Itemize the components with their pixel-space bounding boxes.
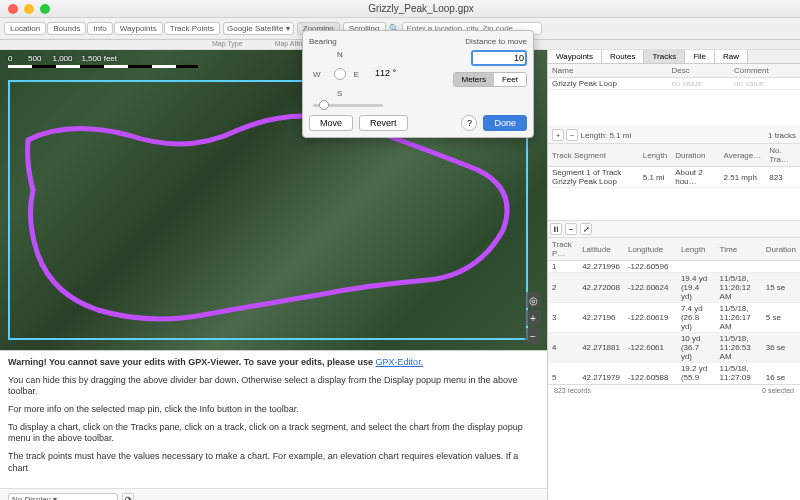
hint-chart: To display a chart, click on the Tracks …: [8, 422, 539, 445]
table-row[interactable]: Segment 1 of Track Grizzly Peak Loop5.1 …: [548, 167, 800, 188]
map-zoom-out[interactable]: −: [525, 328, 541, 344]
window-maximize-button[interactable]: [40, 4, 50, 14]
distance-input[interactable]: [471, 50, 527, 66]
window-minimize-button[interactable]: [24, 4, 34, 14]
bearing-slider[interactable]: [313, 104, 383, 107]
hint-values: The track points must have the values ne…: [8, 451, 539, 474]
table-row[interactable]: Grizzly Peak Loopno valueno value: [548, 78, 800, 90]
refresh-icon[interactable]: ⟳: [122, 493, 134, 500]
tab-file[interactable]: File: [685, 50, 715, 63]
selected-count: 0 selected: [762, 387, 794, 394]
expand-icon[interactable]: ⤢: [580, 223, 592, 235]
compass-thumb[interactable]: [334, 68, 346, 80]
table-row[interactable]: 542.271979-122.6058819.2 yd (55.9 yd)11/…: [548, 363, 800, 385]
table-row[interactable]: 142.271996-122.60596: [548, 261, 800, 273]
units-segment[interactable]: Meters Feet: [453, 72, 527, 87]
location-button[interactable]: Location: [4, 22, 46, 35]
tab-tracks[interactable]: Tracks: [644, 50, 685, 63]
segments-table: Track SegmentLengthDurationAverage…No. T…: [548, 144, 800, 188]
add-track-button[interactable]: +: [552, 129, 564, 141]
window-close-button[interactable]: [8, 4, 18, 14]
hint-hide: You can hide this by dragging the above …: [8, 375, 539, 398]
info-button[interactable]: Info: [87, 22, 112, 35]
tab-routes[interactable]: Routes: [602, 50, 644, 63]
slider-thumb[interactable]: [319, 100, 329, 110]
trackpoints-table: Track P…LatitudeLongitudeLengthTimeDurat…: [548, 238, 800, 384]
display-select[interactable]: No Display ▾: [8, 493, 118, 500]
table-row[interactable]: 442.271881-122.606110 yd (36.7 yd)11/5/1…: [548, 333, 800, 363]
map-type-label: Map Type: [212, 40, 243, 47]
panel-tabs: Waypoints Routes Tracks File Raw: [548, 50, 800, 64]
warning-text: Warning! You cannot save your edits with…: [8, 357, 376, 367]
bearing-value: 112 °: [375, 50, 396, 78]
remove-track-button[interactable]: −: [566, 129, 578, 141]
revert-button[interactable]: Revert: [359, 115, 408, 131]
hint-info: For more info on the selected map pin, c…: [8, 404, 539, 416]
trackpoints-button[interactable]: Track Points: [164, 22, 220, 35]
table-row[interactable]: 342.27196-122.606197.4 yd (26.8 yd)11/5/…: [548, 303, 800, 333]
map-type-select[interactable]: Google Satellite ▾: [223, 22, 294, 35]
done-button[interactable]: Done: [483, 115, 527, 131]
waypoints-button[interactable]: Waypoints: [114, 22, 163, 35]
distance-label: Distance to move: [465, 37, 527, 46]
records-count: 823 records: [554, 387, 591, 394]
move-button[interactable]: Move: [309, 115, 353, 131]
gpx-editor-link[interactable]: GPX-Editor.: [376, 357, 424, 367]
map-target-button[interactable]: ◎: [525, 292, 541, 308]
move-popup: Bearing Distance to move N S W E 112 ° M…: [302, 30, 534, 138]
tracks-table: NameDescComment Grizzly Peak Loopno valu…: [548, 64, 800, 90]
bearing-label: Bearing: [309, 37, 337, 46]
map-zoom-in[interactable]: +: [525, 310, 541, 326]
bounds-button[interactable]: Bounds: [47, 22, 86, 35]
tracks-count: 1 tracks: [768, 131, 796, 140]
tab-raw[interactable]: Raw: [715, 50, 748, 63]
table-row[interactable]: 242.272008-122.6062419.4 yd (19.4 yd)11/…: [548, 273, 800, 303]
map-scale: 0 500 1,000 1,500 feet: [8, 54, 198, 68]
chart-icon[interactable]: ⫼: [550, 223, 562, 235]
length-label: Length: 5.1 mi: [580, 131, 631, 140]
units-feet[interactable]: Feet: [494, 73, 526, 86]
bearing-compass[interactable]: N S W E: [309, 50, 369, 100]
tab-waypoints[interactable]: Waypoints: [548, 50, 602, 63]
info-panel: Warning! You cannot save your edits with…: [0, 350, 547, 488]
window-title: Grizzly_Peak_Loop.gpx: [50, 3, 792, 14]
help-button[interactable]: ?: [461, 115, 477, 131]
remove-icon[interactable]: −: [565, 223, 577, 235]
units-meters[interactable]: Meters: [454, 73, 494, 86]
